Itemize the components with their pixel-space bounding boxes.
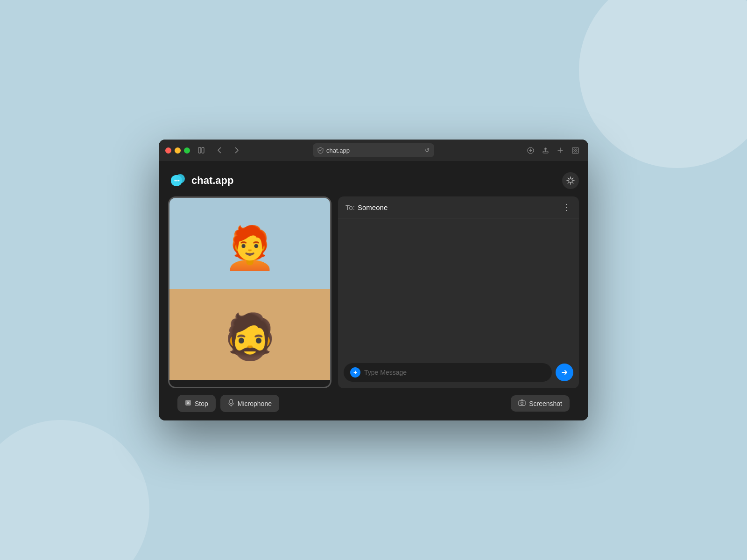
minimize-button[interactable]: [175, 147, 181, 154]
svg-rect-5: [574, 149, 575, 150]
tab-overview-icon[interactable]: [569, 144, 582, 157]
forward-button[interactable]: [230, 144, 243, 157]
microphone-label: Microphone: [238, 400, 272, 407]
chat-send-button[interactable]: [556, 364, 573, 381]
svg-point-13: [176, 180, 178, 182]
svg-point-15: [569, 179, 572, 182]
stop-label: Stop: [195, 400, 208, 407]
chat-recipient: Someone: [358, 203, 388, 211]
theme-toggle-button[interactable]: [562, 172, 579, 189]
svg-rect-1: [202, 147, 204, 153]
svg-rect-0: [198, 147, 201, 153]
video-panel: 🧑‍🦰 🧔: [168, 196, 331, 388]
screenshot-icon: [518, 399, 526, 407]
share-icon[interactable]: [539, 144, 552, 157]
microphone-icon: [228, 399, 234, 408]
browser-content: chat.app 🧑‍🦰 🧔: [159, 161, 588, 420]
svg-point-14: [178, 180, 180, 182]
video-bottom: 🧔: [169, 289, 330, 380]
send-arrow-icon: [561, 369, 568, 376]
chat-panel: To: Someone ⋮ + Type Message: [338, 196, 579, 388]
chat-messages: [338, 218, 579, 358]
bottom-bar: Stop Microphone: [168, 388, 579, 420]
app-header: chat.app: [168, 170, 579, 196]
app-title: chat.app: [191, 175, 233, 187]
browser-window: chat.app ↺: [159, 140, 588, 420]
app-logo-icon: [170, 172, 187, 189]
chat-header: To: Someone ⋮: [338, 196, 579, 218]
svg-point-12: [175, 180, 176, 182]
svg-rect-19: [519, 401, 525, 406]
stop-button[interactable]: Stop: [177, 395, 216, 412]
stop-icon: [185, 399, 191, 407]
bg-blob-bottom-left: [0, 420, 149, 560]
app-logo-area: chat.app: [170, 172, 233, 189]
toolbar-right-icons: [524, 144, 582, 157]
new-tab-icon[interactable]: [554, 144, 567, 157]
address-bar-container: chat.app ↺: [308, 143, 439, 157]
screenshot-button[interactable]: Screenshot: [511, 395, 570, 412]
shield-icon: [317, 147, 324, 154]
chat-to-label: To:: [345, 203, 355, 211]
traffic-lights: [165, 147, 190, 154]
bg-blob-top-right: [579, 0, 747, 168]
avatar-top: 🧑‍🦰: [224, 224, 276, 273]
svg-rect-6: [576, 149, 577, 150]
url-text: chat.app: [326, 147, 350, 154]
avatar-bottom: 🧔: [222, 311, 278, 363]
microphone-button[interactable]: Microphone: [220, 395, 279, 412]
svg-rect-8: [576, 151, 577, 152]
chat-attach-button[interactable]: +: [350, 367, 360, 378]
svg-point-20: [521, 402, 523, 405]
maximize-button[interactable]: [184, 147, 190, 154]
screenshot-label: Screenshot: [529, 400, 562, 407]
chat-input-area: + Type Message: [338, 358, 579, 388]
video-top: 🧑‍🦰: [169, 198, 330, 289]
chat-input-placeholder: Type Message: [364, 369, 407, 376]
downloads-icon[interactable]: [524, 144, 537, 157]
back-button[interactable]: [212, 144, 226, 157]
chat-input-bar[interactable]: + Type Message: [344, 363, 552, 382]
close-button[interactable]: [165, 147, 171, 154]
title-bar: chat.app ↺: [159, 140, 588, 161]
chat-more-button[interactable]: ⋮: [563, 203, 571, 211]
svg-rect-17: [230, 399, 233, 404]
bottom-left-controls: Stop Microphone: [177, 395, 279, 412]
reload-button[interactable]: ↺: [425, 147, 430, 154]
svg-rect-4: [572, 147, 578, 154]
svg-rect-7: [574, 151, 575, 152]
address-bar[interactable]: chat.app ↺: [313, 143, 434, 157]
main-layout: 🧑‍🦰 🧔 To: Someone ⋮: [168, 196, 579, 388]
split-view-icon[interactable]: [195, 144, 208, 157]
